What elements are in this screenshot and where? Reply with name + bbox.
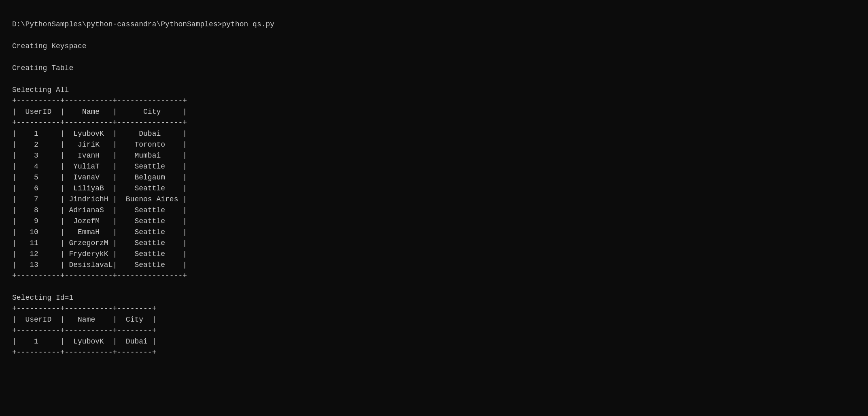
table-row-7: | 7 | JindrichH | Buenos Aires | xyxy=(12,195,187,203)
table-all-border-bot: +----------+-----------+---------------+ xyxy=(12,272,187,280)
table-row-4: | 4 | YuliaT | Seattle | xyxy=(12,162,187,171)
table-id1-border-top: +----------+-----------+--------+ xyxy=(12,305,156,313)
table-id1-row: | 1 | LyubovK | Dubai | xyxy=(12,337,156,346)
table-row-13: | 13 | DesislavaL| Seattle | xyxy=(12,261,187,269)
table-row-12: | 12 | FryderykK | Seattle | xyxy=(12,250,187,258)
table-row-10: | 10 | EmmaH | Seattle | xyxy=(12,228,187,236)
terminal-output: D:\PythonSamples\python-cassandra\Python… xyxy=(12,8,856,358)
selecting-id1-label: Selecting Id=1 xyxy=(12,294,73,302)
table-id1-header: | UserID | Name | City | xyxy=(12,316,156,324)
table-row-1: | 1 | LyubovK | Dubai | xyxy=(12,130,187,138)
table-row-5: | 5 | IvanaV | Belgaum | xyxy=(12,173,187,181)
table-row-3: | 3 | IvanH | Mumbai | xyxy=(12,151,187,160)
command-line: D:\PythonSamples\python-cassandra\Python… xyxy=(12,20,274,28)
table-row-8: | 8 | AdrianaS | Seattle | xyxy=(12,206,187,214)
table-id1-border-mid: +----------+-----------+--------+ xyxy=(12,326,156,335)
table-all-border-mid: +----------+-----------+---------------+ xyxy=(12,119,187,127)
table-row-11: | 11 | GrzegorzM | Seattle | xyxy=(12,239,187,247)
table-id1-border-bot: +----------+-----------+--------+ xyxy=(12,348,156,356)
selecting-all-label: Selecting All xyxy=(12,86,69,94)
table-row-6: | 6 | LiliyaB | Seattle | xyxy=(12,184,187,192)
table-row-9: | 9 | JozefM | Seattle | xyxy=(12,217,187,225)
creating-keyspace: Creating Keyspace xyxy=(12,42,87,50)
table-row-2: | 2 | JiriK | Toronto | xyxy=(12,141,187,149)
table-all-border-top: +----------+-----------+---------------+ xyxy=(12,97,187,105)
table-all-header: | UserID | Name | City | xyxy=(12,108,187,116)
creating-table: Creating Table xyxy=(12,64,73,72)
